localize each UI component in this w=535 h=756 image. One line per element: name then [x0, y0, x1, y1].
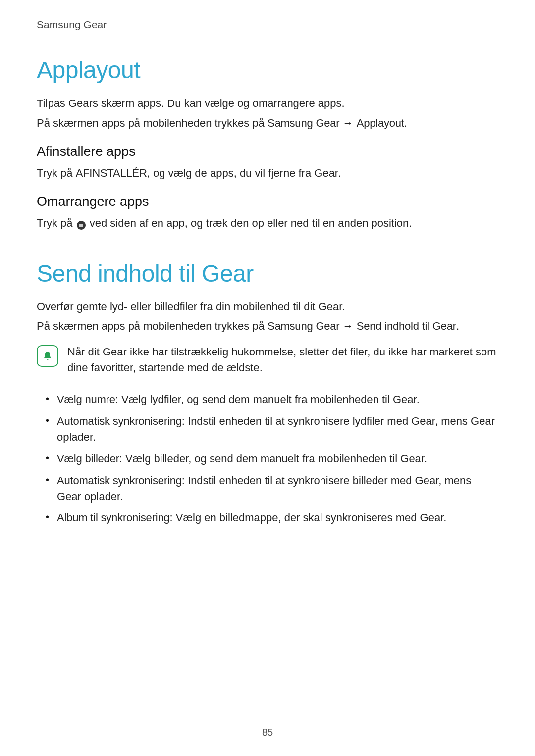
page-number: 85 — [0, 727, 535, 738]
list-item: Automatisk synkronisering: Indstil enhed… — [46, 473, 498, 504]
text: På skærmen apps på mobilenheden trykkes … — [37, 320, 268, 332]
note-callout: Når dit Gear ikke har tilstrækkelig huko… — [37, 344, 498, 380]
heading-applayout: Applayout — [37, 56, 498, 84]
section-send-content: Send indhold til Gear Overfør gemte lyd-… — [37, 260, 498, 526]
list-item-text: : Vælg billeder, og send dem manuelt fra… — [119, 453, 427, 465]
text: Tryk på — [37, 217, 76, 229]
text: ved siden af en app, og træk den op elle… — [87, 217, 412, 229]
paragraph: På skærmen apps på mobilenheden trykkes … — [37, 318, 498, 334]
list-item: Automatisk synkronisering: Indstil enhed… — [46, 413, 498, 445]
list-item-label: Automatisk synkronisering — [57, 474, 182, 487]
subheading-uninstall-apps: Afinstallere apps — [37, 144, 498, 159]
paragraph: Tilpas Gears skærm apps. Du kan vælge og… — [37, 96, 498, 111]
list-item-label: Vælg billeder — [57, 453, 119, 465]
list-item: Vælg numre: Vælg lydfiler, og send dem m… — [46, 392, 498, 407]
bell-icon — [37, 345, 58, 367]
paragraph: Tryk på ved siden af en app, og træk den… — [37, 215, 498, 231]
note-text: Når dit Gear ikke har tilstrækkelig huko… — [67, 344, 498, 376]
label-applayout: Applayout — [357, 117, 404, 129]
label-send-content: Send indhold til Gear — [357, 320, 456, 332]
list-item-label: Automatisk synkronisering — [57, 415, 182, 427]
list-item-label: Vælg numre — [57, 393, 115, 405]
section-applayout: Applayout Tilpas Gears skærm apps. Du ka… — [37, 56, 498, 231]
subheading-rearrange-apps: Omarrangere apps — [37, 194, 498, 209]
paragraph: Tryk på AFINSTALLÉR, og vælg de apps, du… — [37, 165, 498, 181]
list-item-text: : Vælg lydfiler, og send dem manuelt fra… — [115, 393, 420, 405]
list-item: Vælg billeder: Vælg billeder, og send de… — [46, 451, 498, 467]
drag-handle-icon — [77, 221, 86, 230]
text: Tryk på — [37, 167, 76, 179]
feature-list: Vælg numre: Vælg lydfiler, og send dem m… — [46, 392, 498, 526]
text: På skærmen apps på mobilenheden trykkes … — [37, 117, 268, 129]
header-breadcrumb: Samsung Gear — [37, 19, 498, 31]
list-item-text: : Vælg en billedmappe, der skal synkroni… — [170, 511, 447, 524]
list-item: Album til synkronisering: Vælg en billed… — [46, 510, 498, 526]
label-samsung-gear: Samsung Gear — [268, 320, 340, 332]
text: , og vælg de apps, du vil fjerne fra Gea… — [147, 167, 341, 179]
heading-send-content: Send indhold til Gear — [37, 260, 498, 287]
text: . — [404, 117, 407, 129]
list-item-label: Album til synkronisering — [57, 511, 170, 524]
text: → — [340, 117, 357, 129]
label-uninstall: AFINSTALLÉR — [76, 167, 147, 179]
text: → — [340, 320, 357, 332]
label-samsung-gear: Samsung Gear — [268, 117, 340, 129]
paragraph: På skærmen apps på mobilenheden trykkes … — [37, 115, 498, 131]
paragraph: Overfør gemte lyd- eller billedfiler fra… — [37, 299, 498, 315]
text: . — [456, 320, 459, 332]
